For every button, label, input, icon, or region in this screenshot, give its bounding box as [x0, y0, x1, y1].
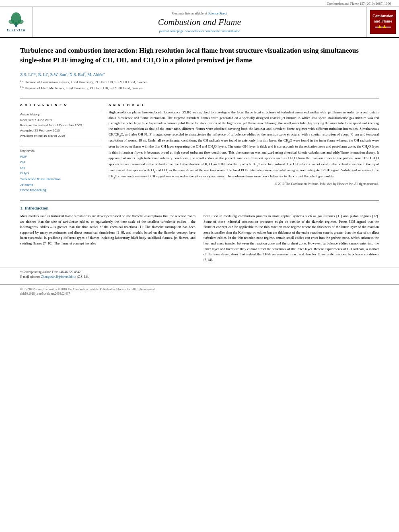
section-title: 1. Introduction [20, 205, 379, 210]
keyword-jet: Jet flame [20, 182, 101, 188]
elsevier-logo-section: ELSEVIER [0, 7, 32, 37]
journal-homepage: journal homepage: www.elsevier.com/locat… [159, 29, 240, 33]
authors: Z.S. Lia,*, B. Lia, Z.W. Suna, X.S. Baib… [20, 72, 379, 77]
keyword-broadening: Flame broadening [20, 187, 101, 193]
journal-citation: Combustion and Flame 157 (2010) 1087–109… [327, 2, 391, 6]
journal-title: Combustion and Flame [158, 17, 241, 27]
abstract-heading: A B S T R A C T [109, 103, 379, 107]
issn-line: 0010-2180/$ - see front matter © 2010 Th… [20, 287, 379, 292]
separator-1 [20, 99, 379, 99]
affiliation-a: a ᵃ Division of Combustion Physics, Lund… [20, 79, 379, 85]
journal-logo-box: Combustionand Flame [370, 10, 396, 34]
online-date: Available online 16 March 2010 [20, 134, 101, 139]
affiliations: a ᵃ Division of Combustion Physics, Lund… [20, 79, 379, 90]
keyword-oh: OH [20, 165, 101, 171]
intro-col-right: been used in modeling combustion process… [204, 214, 379, 263]
footnote-corresponding: * Corresponding author. Fax: +46 46 222 … [20, 270, 379, 275]
svg-rect-4 [375, 27, 391, 28]
journal-homepage-link[interactable]: journal homepage: www.elsevier.com/locat… [159, 29, 240, 33]
abstract-text: High resolution planar laser-induced flu… [109, 110, 379, 179]
article-title-section: Turbulence and combustion interaction: H… [0, 38, 399, 94]
keywords-label: Keywords: [20, 149, 101, 152]
elsevier-text: ELSEVIER [6, 29, 25, 32]
keyword-turbulence: Turbulence flame interaction [20, 177, 101, 182]
sciencedirect-label: Contents lists available at [172, 11, 207, 15]
journal-logo-section: Combustionand Flame [367, 7, 399, 37]
logo-sub [372, 25, 393, 31]
accepted-date: Accepted 23 February 2010 [20, 128, 101, 134]
intro-text-left: Most models used in turbulent flame simu… [20, 214, 195, 246]
article-history-box: Article history: Received 7 June 2009 Re… [20, 110, 101, 141]
article-title: Turbulence and combustion interaction: H… [20, 46, 379, 66]
top-bar: Combustion and Flame 157 (2010) 1087–109… [0, 0, 399, 7]
article-info-heading: A R T I C L E I N F O [20, 103, 101, 107]
revised-date: Received in revised form 1 December 2009 [20, 123, 101, 128]
email-link[interactable]: Zhongshan.li@forbrf.lth.se [41, 275, 76, 279]
sciencedirect-link[interactable]: ScienceDirect [208, 11, 227, 15]
svg-point-2 [8, 20, 14, 24]
history-label: Article history: [20, 113, 101, 116]
logo-icon [375, 25, 391, 30]
doi-line: doi:10.1016/j.combustflame.2010.02.017 [20, 292, 379, 296]
keywords-box: Keywords: PLIF CH OH CH2O Turbulence fla… [20, 146, 101, 195]
keyword-plif: PLIF [20, 154, 101, 160]
affiliation-b: b ᵇ Division of Fluid Mechanics, Lund Un… [20, 85, 379, 91]
sciencedirect-line: Contents lists available at ScienceDirec… [172, 11, 227, 15]
section-name: Introduction [25, 205, 49, 210]
elsevier-tree-icon [6, 12, 26, 28]
journal-header: ELSEVIER Contents lists available at Sci… [0, 7, 399, 38]
separator-2 [20, 200, 379, 201]
abstract-col: A B S T R A C T High resolution planar l… [109, 103, 379, 195]
intro-col-left: Most models used in turbulent flame simu… [20, 214, 195, 263]
introduction-section: 1. Introduction Most models used in turb… [0, 205, 399, 263]
logo-title: Combustionand Flame [372, 13, 393, 24]
svg-point-3 [18, 20, 23, 24]
footnote-section: * Corresponding author. Fax: +46 46 222 … [0, 267, 399, 281]
keyword-ch: CH [20, 160, 101, 165]
article-info-col: A R T I C L E I N F O Article history: R… [20, 103, 101, 195]
copyright-line: © 2010 The Combustion Institute. Publish… [109, 182, 379, 186]
intro-columns: Most models used in turbulent flame simu… [20, 214, 379, 263]
journal-header-center: Contents lists available at ScienceDirec… [32, 7, 367, 37]
bottom-bar: 0010-2180/$ - see front matter © 2010 Th… [0, 284, 399, 299]
article-info-abstract: A R T I C L E I N F O Article history: R… [0, 103, 399, 195]
elsevier-logo: ELSEVIER [6, 12, 26, 32]
received-date: Received 7 June 2009 [20, 118, 101, 123]
intro-text-right: been used in modeling combustion process… [204, 214, 379, 263]
footnote-email: E-mail address: Zhongshan.li@forbrf.lth.… [20, 275, 379, 279]
section-number: 1. [20, 205, 23, 210]
keyword-ch2o: CH2O [20, 170, 101, 177]
